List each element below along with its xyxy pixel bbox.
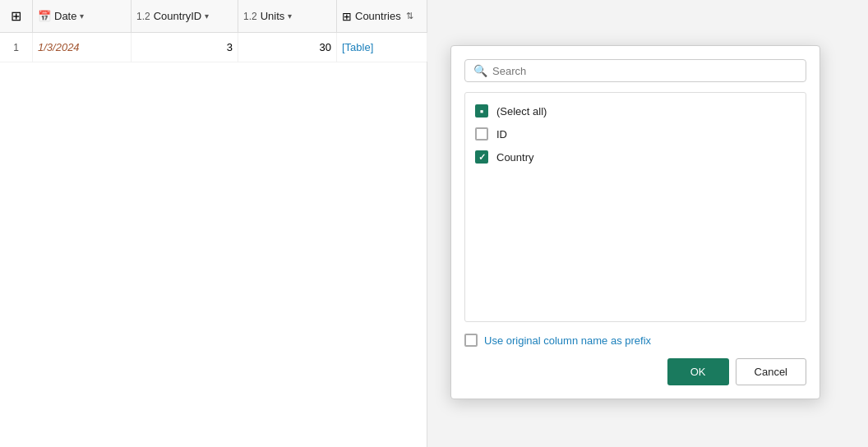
row-number: 1	[13, 42, 19, 53]
col-header-date[interactable]: 📅 Date ▾	[33, 0, 132, 32]
countryid-type-icon: 1.2	[136, 11, 150, 22]
cell-rownum-1: 1	[0, 33, 33, 62]
countries-table-icon: ⊞	[342, 10, 352, 23]
button-row: OK Cancel	[464, 358, 806, 385]
search-icon: 🔍	[473, 64, 487, 77]
cell-date-1: 1/3/2024	[33, 33, 132, 62]
date-value: 1/3/2024	[38, 41, 80, 53]
countries-header-label: Countries	[355, 10, 401, 22]
prefix-row[interactable]: Use original column name as prefix	[464, 334, 806, 347]
search-input[interactable]	[492, 65, 797, 77]
checkbox-item-country[interactable]: Country	[465, 145, 806, 168]
units-type-icon: 1.2	[243, 11, 257, 22]
units-value: 30	[320, 41, 331, 53]
checkbox-item-id[interactable]: ID	[465, 122, 806, 145]
cell-countryid-1: 3	[132, 33, 238, 62]
ok-button[interactable]: OK	[667, 358, 729, 385]
prefix-label: Use original column name as prefix	[484, 334, 651, 347]
grid-icon: ⊞	[11, 8, 21, 24]
select-all-label: (Select all)	[496, 105, 547, 118]
cancel-button[interactable]: Cancel	[736, 358, 806, 385]
cell-units-1: 30	[238, 33, 337, 62]
date-icon: 📅	[38, 10, 51, 22]
table-header: ⊞ 📅 Date ▾ 1.2 CountryID ▾ 1.2 Units ▾ ⊞…	[0, 0, 427, 33]
table-area: ⊞ 📅 Date ▾ 1.2 CountryID ▾ 1.2 Units ▾ ⊞…	[0, 0, 427, 447]
table-row: 1 1/3/2024 3 30 [Table]	[0, 33, 427, 62]
checkbox-item-select-all[interactable]: (Select all)	[465, 99, 806, 122]
country-label: Country	[496, 151, 534, 164]
checkbox-select-all[interactable]	[475, 104, 488, 118]
units-header-label: Units	[261, 10, 285, 22]
col-header-countries[interactable]: ⊞ Countries ⇅	[337, 0, 427, 32]
search-box[interactable]: 🔍	[464, 59, 806, 82]
checkbox-list: (Select all) ID Country	[464, 92, 806, 322]
col-header-countryid[interactable]: 1.2 CountryID ▾	[132, 0, 238, 32]
units-dropdown-icon[interactable]: ▾	[288, 12, 292, 21]
countries-value: [Table]	[342, 41, 373, 53]
countries-sort-icon[interactable]: ⇅	[406, 11, 413, 21]
checkbox-country[interactable]	[475, 150, 488, 164]
countryid-value: 3	[227, 41, 233, 53]
row-num-header: ⊞	[0, 0, 33, 32]
column-picker-popup: 🔍 (Select all) ID Country Use original c…	[450, 45, 820, 399]
cell-countries-1: [Table]	[337, 33, 427, 62]
countryid-dropdown-icon[interactable]: ▾	[205, 12, 209, 21]
prefix-checkbox[interactable]	[464, 334, 478, 347]
date-dropdown-icon[interactable]: ▾	[80, 12, 84, 21]
countryid-header-label: CountryID	[154, 10, 202, 22]
date-header-label: Date	[54, 10, 76, 22]
id-label: ID	[496, 128, 507, 141]
col-header-units[interactable]: 1.2 Units ▾	[238, 0, 337, 32]
checkbox-id[interactable]	[475, 127, 488, 141]
